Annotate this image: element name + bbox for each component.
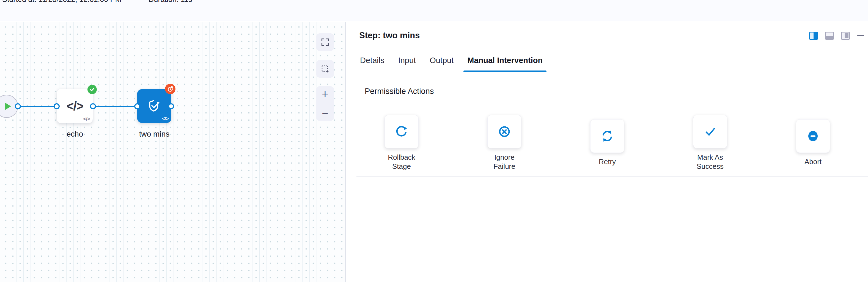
abort-card[interactable] (796, 119, 830, 153)
started-at-text: Started at: 11/28/2022, 12:01:00 PM (2, 0, 121, 4)
zoom-out-button[interactable]: − (316, 107, 334, 119)
step-title: Step: two mins (359, 31, 420, 40)
harness-approval-shield-icon (146, 98, 162, 114)
abort-action[interactable]: Abort (791, 119, 835, 166)
success-badge-icon (88, 85, 97, 94)
rollback-icon (394, 124, 409, 139)
fullscreen-icon (321, 38, 329, 46)
right-view-icon[interactable] (841, 32, 850, 40)
permissible-actions-heading: Permissible Actions (365, 87, 434, 96)
retry-action[interactable]: Retry (585, 119, 629, 166)
ignore-failure-action[interactable]: Ignore Failure (483, 115, 526, 171)
action-label: Retry (599, 157, 616, 166)
pipeline-execution-view: Started at: 11/28/2022, 12:01:00 PM Dura… (0, 0, 868, 282)
edge-echo-to-twomins (93, 106, 137, 107)
step-tabs: Details Input Output Manual Intervention (346, 55, 868, 73)
node-two-mins[interactable]: </> (137, 89, 172, 123)
port-echo-in[interactable] (54, 103, 60, 109)
pipeline-canvas[interactable]: </> </> </> echo (0, 22, 346, 282)
mark-as-success-card[interactable] (693, 115, 727, 148)
fit-to-screen-button[interactable] (316, 33, 334, 51)
node-label-echo: echo (57, 130, 93, 139)
port-twomins-out[interactable] (168, 103, 174, 109)
port-start-out[interactable] (15, 103, 21, 109)
marquee-select-button[interactable] (316, 60, 334, 78)
checkmark-icon (703, 124, 718, 139)
node-echo[interactable]: </> </> (57, 89, 93, 123)
bottom-view-icon[interactable] (825, 32, 834, 40)
rollback-stage-action[interactable]: Rollback Stage (379, 115, 424, 171)
execution-header-strip: Started at: 11/28/2022, 12:01:00 PM Dura… (0, 0, 868, 21)
play-icon (5, 103, 11, 110)
tab-output[interactable]: Output (430, 55, 454, 73)
actions-bottom-divider (356, 176, 868, 176)
port-twomins-in[interactable] (134, 103, 140, 109)
action-label: Abort (804, 157, 822, 166)
node-label-two-mins: two mins (137, 130, 172, 139)
step-details-panel: Step: two mins Details Input Output Manu… (346, 22, 868, 282)
script-type-icon: </> (83, 116, 90, 122)
waiting-timeout-badge-icon (165, 84, 176, 94)
script-type-icon: </> (162, 116, 168, 122)
edge-start-to-echo (18, 106, 57, 107)
action-label: Mark As Success (694, 153, 726, 171)
mark-as-success-action[interactable]: Mark As Success (688, 115, 732, 171)
selection-box-icon (321, 65, 329, 73)
rollback-stage-card[interactable] (384, 115, 418, 148)
retry-refresh-icon (599, 128, 615, 144)
shell-script-icon: </> (67, 98, 83, 113)
ignore-failure-card[interactable] (487, 115, 522, 148)
zoom-controls: + − (316, 86, 334, 121)
permissible-actions-row: Rollback Stage Ignore Failure (346, 114, 868, 172)
tab-details[interactable]: Details (360, 55, 384, 73)
duration-text: Duration: 11s (149, 0, 192, 4)
abort-minus-circle-icon (805, 128, 821, 144)
retry-card[interactable] (590, 119, 624, 153)
tab-input[interactable]: Input (398, 55, 416, 73)
tab-manual-intervention[interactable]: Manual Intervention (463, 55, 547, 73)
minimize-icon[interactable] (857, 35, 864, 36)
port-echo-out[interactable] (90, 103, 96, 109)
split-view-icon[interactable] (809, 32, 818, 40)
circle-cross-icon (497, 124, 512, 139)
action-label: Ignore Failure (488, 153, 521, 171)
panel-layout-controls (809, 32, 864, 40)
action-label: Rollback Stage (385, 153, 418, 171)
zoom-in-button[interactable]: + (316, 88, 334, 100)
